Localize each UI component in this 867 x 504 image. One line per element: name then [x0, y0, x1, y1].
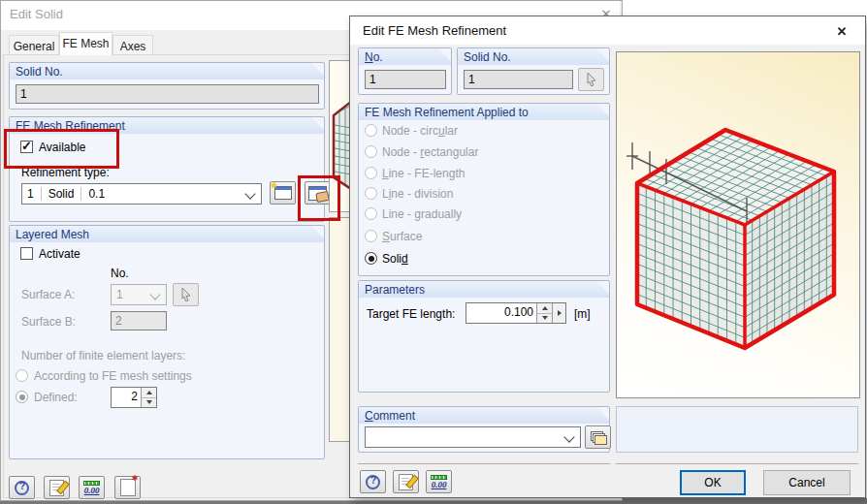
group-solid-no-front: Solid No. 1 [457, 47, 610, 95]
units-settings-button[interactable]: 0.00 [426, 470, 452, 493]
chevron-down-icon [149, 289, 160, 299]
spinner-down-icon [537, 314, 552, 324]
edit-window-hand-icon [308, 186, 327, 201]
applied-solid-no-field: 1 [464, 70, 573, 89]
stacked-papers-icon [591, 431, 605, 443]
group-solid-no-header: Solid No. [10, 63, 324, 79]
radio-defined [16, 391, 28, 403]
radio-node-circular [365, 124, 377, 137]
solid-no-field: 1 [16, 84, 319, 104]
spinner-up-icon [142, 388, 156, 398]
help-button[interactable] [360, 470, 386, 493]
group-comment: Comment [358, 406, 610, 453]
group-fe-mesh-refinement: FE Mesh Refinement Available Refinement … [9, 116, 325, 222]
radio-surface-label: Surface [382, 230, 422, 243]
activate-label: Activate [39, 247, 80, 261]
tab-general[interactable]: General [9, 35, 59, 55]
pick-cursor-icon [180, 288, 192, 301]
refinement-title: Edit FE Mesh Refinement [363, 23, 506, 38]
radio-node-circular-label: Node - circular [382, 124, 458, 138]
refinement-type-combobox[interactable]: 1 Solid 0.1 [21, 183, 262, 205]
available-label: Available [39, 141, 85, 154]
group-no-header: No. [359, 48, 451, 65]
surface-a-label: Surface A: [21, 288, 75, 301]
radio-line-division-label: Line - division [382, 187, 453, 201]
group-solid-no-front-header: Solid No. [458, 48, 609, 65]
group-comment-header: Comment [359, 407, 609, 424]
surface-a-pick-button [173, 283, 199, 306]
group-layered-mesh-header: Layered Mesh [10, 226, 324, 242]
radio-surface [365, 230, 377, 242]
group-applied-to: FE Mesh Refinement Applied to Node - cir… [358, 103, 610, 276]
group-solid-no: Solid No. 1 [9, 62, 325, 110]
chevron-down-icon [563, 431, 574, 442]
tab-fe-mesh[interactable]: FE Mesh [59, 32, 112, 55]
edit-comment-button[interactable] [44, 476, 70, 499]
units-settings-button[interactable]: 0.00 [79, 476, 105, 499]
defined-layers-spinner: 2 [111, 387, 157, 408]
radio-line-fe-length [365, 167, 377, 179]
radio-solid-label: Solid [382, 252, 408, 266]
help-icon [15, 481, 29, 495]
units-icon: 0.00 [83, 481, 100, 495]
group-applied-to-header: FE Mesh Refinement Applied to [359, 104, 609, 120]
new-window-star-icon [274, 186, 292, 200]
cancel-button[interactable]: Cancel [763, 470, 851, 495]
back-preview-cube-fragment [330, 61, 351, 211]
target-fe-length-label: Target FE length: [367, 307, 455, 321]
pick-cursor-icon [586, 73, 597, 86]
radio-solid[interactable] [365, 252, 377, 265]
radio-according-label: According to FE mesh settings [34, 369, 192, 383]
surface-a-value: 1 [116, 288, 123, 301]
document-pointer-icon [120, 479, 136, 496]
pencil-note-icon [399, 474, 413, 490]
spinner-down-icon [142, 398, 156, 408]
activate-checkbox[interactable] [20, 247, 33, 260]
comment-templates-button[interactable] [585, 425, 611, 449]
radio-line-gradually-label: Line - gradually [382, 207, 462, 221]
apply-to-objects-button[interactable] [114, 476, 141, 499]
radio-line-division [365, 187, 377, 200]
target-fe-length-spinner[interactable]: 0.100 [466, 302, 566, 324]
target-fe-length-value: 0.100 [466, 303, 536, 323]
radio-line-fe-length-label: Line - FE-length [382, 167, 465, 180]
radio-node-rectangular [365, 145, 377, 158]
refinement-type-label: Refinement type: [21, 166, 110, 179]
screenshot-stage: Edit Solid General FE Mesh Axes Solid No… [0, 0, 867, 504]
edit-comment-button[interactable] [393, 470, 419, 493]
refinement-preview-pane [616, 51, 860, 398]
divider [358, 463, 610, 464]
surface-a-combobox: 1 [111, 284, 167, 305]
layers-count-label: Number of finite element layers: [21, 349, 185, 362]
radio-node-rectangular-label: Node - rectangular [382, 145, 478, 159]
chevron-down-icon [244, 188, 255, 199]
spinner-up-icon [537, 303, 552, 314]
surface-b-field: 2 [111, 311, 167, 331]
available-checkbox[interactable] [20, 141, 33, 153]
group-no: No. 1 [358, 47, 452, 95]
comment-combobox[interactable] [365, 426, 581, 448]
ok-button[interactable]: OK [680, 470, 746, 495]
radio-according-to-fe-mesh [16, 369, 28, 382]
surface-b-label: Surface B: [21, 315, 76, 329]
refinement-no: 1 [27, 187, 34, 201]
edit-refinement-button[interactable] [305, 181, 331, 205]
arrow-right-icon [558, 310, 562, 316]
refinement-kind: Solid [48, 187, 75, 201]
help-button[interactable] [9, 476, 35, 499]
refinement-no-field: 1 [365, 70, 446, 89]
tab-axes[interactable]: Axes [112, 35, 153, 55]
defined-layers-value: 2 [112, 388, 141, 407]
radio-line-gradually [365, 207, 377, 220]
unit-label: [m] [574, 307, 591, 321]
edit-solid-title: Edit Solid [10, 7, 63, 21]
new-refinement-button[interactable] [270, 181, 296, 205]
solid-pick-button [578, 68, 604, 91]
preview-cube-graphic [617, 52, 859, 397]
group-fe-mesh-refinement-header: FE Mesh Refinement [10, 117, 324, 134]
unit-options-button[interactable] [552, 303, 565, 323]
group-parameters: Parameters Target FE length: 0.100 [m] [358, 280, 610, 393]
close-icon[interactable] [828, 20, 855, 42]
pencil-note-icon [49, 480, 64, 496]
units-icon: 0.00 [431, 475, 447, 489]
